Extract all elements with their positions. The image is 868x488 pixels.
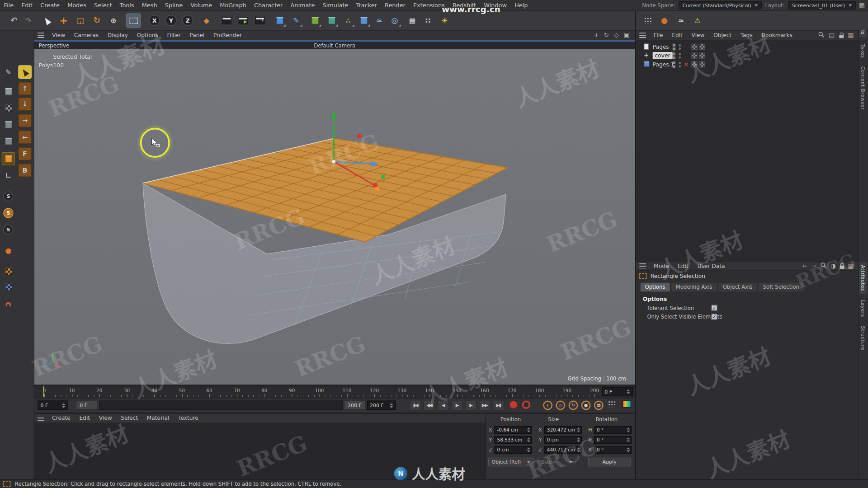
material-menu-texture[interactable]: Texture [174,413,203,423]
object-row[interactable]: Pages [636,42,858,52]
material-menu-icon[interactable] [38,416,44,421]
size-y-field[interactable]: 0 cm [544,436,582,443]
menu-extensions[interactable]: Extensions [409,0,448,10]
deformer-icon[interactable] [325,13,339,28]
screencast-pointer-icon[interactable] [18,65,31,78]
rotation-h-field[interactable]: 0 ° [594,426,632,433]
range-slider-left-handle[interactable]: 0 F [76,401,98,410]
play-button[interactable]: ▶ [451,400,463,410]
z-axis-lock-icon[interactable]: Z [180,13,195,28]
pan-view-icon[interactable]: + [594,32,599,38]
points-mode-icon[interactable] [2,118,15,131]
texture-tag-icon[interactable] [691,44,697,50]
redo-icon[interactable]: ↷ [21,13,36,28]
menu-redshift[interactable]: Redshift [448,0,480,10]
spline-arc-icon[interactable]: ≈ [372,13,387,28]
texture-tag-icon[interactable] [691,52,697,58]
attributes-menu-user-data[interactable]: User Data [693,261,730,271]
node-space-dropdown[interactable]: Current (Standard/Physical) [679,1,762,9]
menu-spline[interactable]: Spline [161,0,187,10]
scale-tool-icon[interactable]: ◲ [73,13,88,28]
object-manager-menu-icon[interactable] [639,33,646,38]
material-manager-list[interactable] [34,423,486,479]
uv-grid-icon[interactable] [2,280,15,293]
spinner-arrows[interactable] [62,403,65,408]
tab-modeling-axis[interactable]: Modeling Axis [671,283,717,292]
autokey-button[interactable] [522,401,530,409]
paint-color-icon[interactable]: ● [2,244,15,257]
object-menu-view[interactable]: View [687,30,709,40]
record-psr-icon[interactable] [641,13,655,28]
menu-character[interactable]: Character [250,0,287,10]
object-name[interactable]: Pages [653,43,669,51]
rotation-b-field[interactable]: 0 ° [594,446,632,453]
spinner-arrows[interactable] [577,427,580,432]
menu-select[interactable]: Select [90,0,116,10]
nav-left-icon[interactable]: ← [18,131,31,144]
attributes-menu-icon[interactable] [639,263,646,268]
object-menu-bookmarks[interactable]: Bookmarks [757,30,797,40]
object-menu-tags[interactable]: Tags [736,30,757,40]
menu-mesh[interactable]: Mesh [138,0,161,10]
range-end-field[interactable]: 200 F [367,401,396,410]
material-menu-edit[interactable]: Edit [75,413,94,423]
menu-tracker[interactable]: Tracker [352,0,381,10]
spinner-arrows[interactable] [577,437,580,442]
menu-edit[interactable]: Edit [18,0,37,10]
menu-volume[interactable]: Volume [187,0,216,10]
menu-render[interactable]: Render [381,0,409,10]
timeline-ruler[interactable]: 0102030405060708090100110120130140150160… [34,385,635,396]
keyframe-selection-button[interactable] [608,401,615,408]
next-frame-button[interactable]: ▶ [465,400,477,410]
key-parameter-toggle[interactable]: ● [581,401,591,410]
side-tab-content-browser[interactable]: Content Browser [859,64,867,113]
material-menu-view[interactable]: View [94,413,117,423]
snap-enable-icon[interactable]: S [2,190,15,203]
workspace-icon[interactable]: ▦ [859,2,865,8]
motion-system-button[interactable] [622,401,631,408]
viewport-menu-panel[interactable]: Panel [185,30,209,40]
edges-mode-icon[interactable] [2,135,15,148]
zoom-view-icon[interactable]: ◇ [614,32,618,38]
object-manager[interactable]: Pages+coverPages.1× [635,40,858,261]
nav-right-icon[interactable]: → [18,114,31,127]
editor-visibility-toggle[interactable] [673,44,675,47]
size-z-field[interactable]: 440.712 cm [544,446,582,453]
enable-dot-bottom[interactable] [679,56,681,59]
tab-object-axis[interactable]: Object Axis [718,283,757,292]
enable-dot-top[interactable] [679,53,681,56]
array-icon[interactable]: ▦ [405,13,420,28]
key-position-toggle[interactable]: + [543,401,552,410]
magnet-icon[interactable] [2,296,15,309]
viewport-header[interactable]: Perspective Default Camera [34,40,635,49]
position-z-field[interactable]: 0 cm [494,446,532,453]
lock-icon[interactable] [840,263,844,268]
menu-simulate[interactable]: Simulate [319,0,352,10]
menu-mograph[interactable]: MoGraph [216,0,250,10]
viewport-menu-cameras[interactable]: Cameras [70,30,103,40]
panel-lock-icon[interactable] [839,33,844,38]
toggle-views-icon[interactable]: ▣ [624,32,630,38]
spinner-arrows[interactable] [527,437,530,442]
menu-file[interactable]: File [0,0,18,10]
rotation-p-field[interactable]: 0 ° [594,436,632,443]
spinner-arrows[interactable] [627,437,630,442]
coordinate-mode-dropdown[interactable]: Object (Rel) [488,458,533,467]
side-tab-layers[interactable]: Layers [859,297,867,320]
object-row[interactable]: +cover [636,52,858,61]
nav-back-icon[interactable]: B [18,164,31,177]
position-x-field[interactable]: -0.64 cm [494,426,532,433]
layout-dropdown[interactable]: Screencast_01 (User) [788,1,855,9]
field-icon[interactable]: ∴ [341,13,355,28]
psr-tool-icon[interactable]: ⊕ [106,13,121,28]
range-slider-track[interactable] [99,401,343,410]
material-menu-material[interactable]: Material [142,413,174,423]
size-x-field[interactable]: 320.472 cm [544,426,582,433]
record-keyframe-button[interactable] [509,401,518,409]
search-icon[interactable] [818,32,824,39]
panel-menu-icon[interactable]: ▦ [848,32,854,39]
polygons-mode-icon[interactable] [2,152,15,165]
nav-up-icon[interactable]: ↑ [18,82,31,95]
range-slider-right-handle[interactable]: 200 F [344,401,366,410]
undo-icon[interactable]: ↶ [7,13,21,28]
